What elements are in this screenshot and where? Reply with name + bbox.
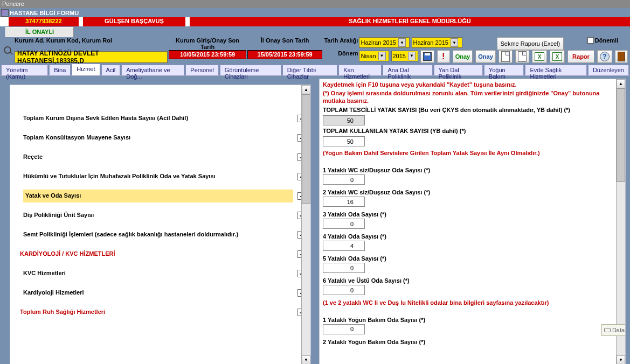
scroll-down-icon[interactable]: ▼ [617, 355, 625, 364]
warning-button[interactable]: ! [437, 50, 450, 63]
f4-field[interactable] [323, 241, 365, 251]
month-combo[interactable]: Nisan ▼ [359, 51, 389, 61]
scroll-thumb[interactable] [617, 88, 625, 182]
range-from-combo[interactable]: Haziran 2015 ▼ [359, 37, 410, 48]
list-item-label: Toplam Kurum Dışına Sevk Edilen Hasta Sa… [23, 115, 293, 122]
year-value: 2015 [393, 53, 406, 59]
list-item-label: Reçete [23, 153, 293, 160]
list-header: Toplum Ruh Sağlığı Hizmetleri ✓ [10, 303, 310, 322]
tab-yandal[interactable]: Yan Dal Poliklinik [434, 65, 483, 75]
tab-diger-tibbi[interactable]: Diğer Tıbbi Cihazlar [282, 65, 338, 75]
f6-label: 6 Yataklı ve Üstü Oda Sayısı (*) [323, 277, 620, 284]
exclamation-icon: ! [442, 52, 445, 61]
chevron-down-icon: ▼ [398, 38, 406, 47]
note-2: (1 ve 2 yataklı WC li ve Duş lu Nitelikl… [323, 299, 620, 307]
page-icon [518, 51, 527, 62]
rapor-button[interactable]: Rapor [567, 50, 594, 63]
tab-acil[interactable]: Acil [101, 65, 121, 75]
list-header-label: KARDİYOLOJİ / KVC HİZMETLERİ [20, 250, 293, 257]
list-item-label: Kardiyoloji Hizmetleri [23, 289, 293, 296]
month-value: Nisan [361, 53, 376, 59]
search-icon[interactable] [4, 46, 11, 54]
form-title: HASTANE BİLGİ FORMU [10, 10, 79, 16]
tab-goruntuleme[interactable]: Görüntüleme Cihazları [220, 65, 281, 75]
scroll-down-icon[interactable]: ▼ [302, 355, 310, 364]
donemli-label: Dönemli [595, 37, 618, 44]
kurum-search-field[interactable]: HATAY ALTINÖZÜ DEVLET HASTANESİ,183385,D [15, 51, 168, 63]
report-button[interactable] [499, 50, 513, 63]
donemli-checkbox[interactable]: Dönemli [587, 37, 618, 44]
list-item-selected[interactable]: Yatak ve Oda Sayısı ✓ [10, 186, 310, 206]
tab-ameliyathane[interactable]: Ameliyathane ve Doğ... [121, 65, 184, 75]
floppy-icon [423, 52, 432, 61]
total-kullanilan-label: TOPLAM KULLANILAN YATAK SAYISI (YB dahil… [323, 128, 620, 134]
form-header: HASTANE BİLGİ FORMU [0, 8, 630, 17]
scroll-up-icon[interactable]: ▲ [302, 85, 310, 94]
tab-yonetim[interactable]: Yönetim (Kamu) [1, 65, 48, 75]
excel-icon: X [535, 52, 544, 61]
tab-kan[interactable]: Kan Hizmetleri [338, 65, 382, 75]
total-kullanilan-field[interactable] [323, 136, 365, 146]
onay-blue-button[interactable]: Onay [475, 50, 496, 63]
list-item[interactable]: Toplam Konsültasyon Muayene Sayısı ✓ [10, 128, 310, 148]
scroll-up-icon[interactable]: ▲ [617, 79, 625, 88]
window-title: Pencere [0, 0, 630, 8]
save-button[interactable] [420, 50, 434, 63]
list-item[interactable]: Toplam Kurum Dışına Sevk Edilen Hasta Sa… [10, 109, 310, 128]
person-name: GÜLŞEN BAŞÇAVUŞ [83, 17, 185, 26]
list-item-label: Yatak ve Oda Sayısı [25, 192, 84, 199]
f3-field[interactable] [323, 219, 365, 229]
f2-label: 2 Yataklı WC siz/Duşsuz Oda Sayısı (*) [323, 189, 620, 195]
excel1-button[interactable]: X [532, 50, 547, 63]
tab-personel[interactable]: Personel [185, 65, 218, 75]
f7-label: 1 Yataklı Yoğun Bakım Oda Sayısı (*) [323, 317, 620, 323]
chevron-down-icon: ▼ [451, 38, 458, 47]
info-strip: 37477938222 GÜLŞEN BAŞÇAVUŞ SAĞLIK HİZME… [0, 17, 630, 26]
chevron-down-icon: ▼ [408, 52, 416, 60]
right-scrollbar[interactable]: ▲ ▼ [616, 79, 625, 364]
tab-evde[interactable]: Evde Sağlık Hizmetleri [525, 65, 586, 75]
sekme-raporu-button[interactable]: Sekme Raporu (Excel) [497, 37, 564, 50]
tab-hizmet[interactable]: Hizmet [72, 64, 100, 75]
scroll-thumb[interactable] [302, 94, 310, 204]
f2-field[interactable] [323, 197, 365, 207]
f7-field[interactable] [323, 324, 365, 334]
range-from-value: Haziran 2015 [361, 39, 396, 46]
range-to-combo[interactable]: Haziran 2015 ▼ [412, 37, 462, 48]
list-item[interactable]: Kardiyoloji Hizmetleri ✓ [10, 283, 310, 303]
left-panel: Toplam Kurum Dışına Sevk Edilen Hasta Sa… [10, 85, 311, 364]
list-item[interactable]: Hükümlü ve Tutuklular İçin Muhafazalı Po… [10, 167, 310, 186]
list-item[interactable]: Diş Polikliniği Ünit Sayısı ✓ [10, 206, 310, 225]
excel2-button[interactable]: X [550, 50, 565, 63]
status-tab[interactable]: İL ONAYLI [5, 27, 74, 37]
total-tescilli-label: TOPLAM TESCİLLİ YATAK SAYISI (Bu veri ÇK… [323, 107, 620, 113]
institution-code: 37477938222 [9, 17, 79, 26]
question-icon: ? [600, 52, 610, 61]
f5-field[interactable] [323, 263, 365, 273]
tarih-araligi-label: Tarih Aralığı [324, 37, 358, 44]
list-item-label: KVC Hizmetleri [23, 270, 293, 277]
left-scrollbar[interactable]: ▲ ▼ [301, 85, 310, 364]
tab-yogunbakim[interactable]: Yoğun Bakım [484, 65, 524, 75]
onay-green-button[interactable]: Onay [453, 50, 473, 63]
new-page-button[interactable] [515, 50, 529, 63]
excel-icon: X [552, 52, 562, 61]
exit-button[interactable] [615, 50, 628, 63]
list-item[interactable]: Semt Polikliniği İşlemleri (sadece sağlı… [10, 225, 310, 244]
database-icon [604, 328, 611, 332]
list-item[interactable]: Reçete ✓ [10, 148, 310, 167]
tab-bina[interactable]: Bina [49, 65, 71, 75]
f1-field[interactable] [323, 174, 365, 185]
tab-anadal[interactable]: Ana Dal Poliklinik [383, 65, 432, 75]
tab-duzenleyen[interactable]: Düzenleyen [588, 65, 629, 75]
year-combo[interactable]: 2015 ▼ [391, 51, 418, 61]
list-item-label: Semt Polikliniği İşlemleri (sadece sağlı… [23, 231, 293, 238]
f6-field[interactable] [323, 285, 365, 295]
list-item[interactable]: KVC Hizmetleri ✓ [10, 264, 310, 283]
tabstrip: Yönetim (Kamu) Bina Hizmet Acil Ameliyat… [0, 64, 630, 76]
data-tooltip: Data [601, 324, 626, 336]
kurum-onay-date: 10/05/2015 23:59:59 [169, 50, 246, 59]
f5-label: 5 Yataklı Oda Sayısı (*) [323, 255, 620, 262]
list-item-label: Diş Polikliniği Ünit Sayısı [23, 212, 293, 219]
help-button[interactable]: ? [597, 50, 612, 63]
